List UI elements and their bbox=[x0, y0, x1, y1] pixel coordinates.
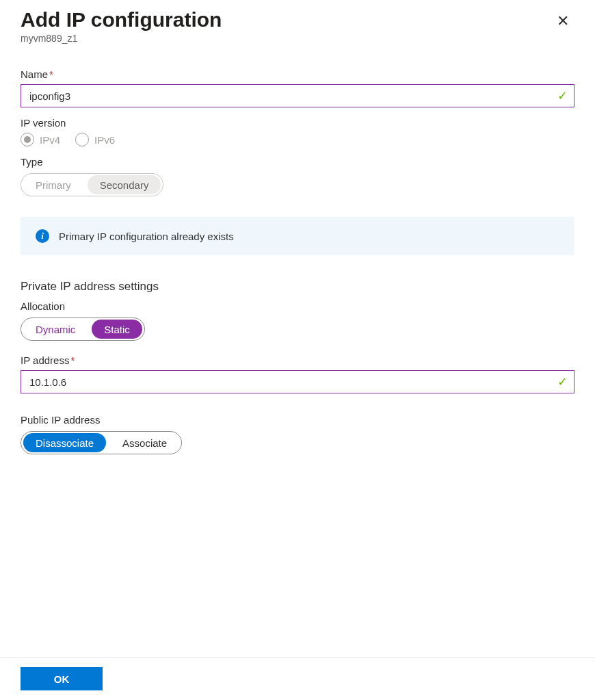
name-input[interactable] bbox=[21, 84, 574, 107]
public-ip-associate-option[interactable]: Associate bbox=[110, 433, 179, 452]
ipversion-label: IP version bbox=[21, 117, 574, 129]
ipversion-ipv4-radio: IPv4 bbox=[21, 133, 60, 146]
info-icon: i bbox=[36, 229, 49, 243]
type-primary-option: Primary bbox=[23, 175, 83, 194]
name-label: Name* bbox=[21, 68, 574, 80]
page-subtitle: myvm889_z1 bbox=[21, 33, 222, 44]
type-toggle: Primary Secondary bbox=[21, 173, 163, 196]
public-ip-label: Public IP address bbox=[21, 414, 574, 426]
page-title: Add IP configuration bbox=[21, 8, 222, 31]
radio-checked-icon bbox=[21, 133, 34, 146]
ipaddress-input[interactable] bbox=[21, 370, 574, 393]
allocation-toggle[interactable]: Dynamic Static bbox=[21, 317, 145, 341]
checkmark-icon: ✓ bbox=[557, 374, 568, 389]
checkmark-icon: ✓ bbox=[557, 88, 568, 103]
close-icon[interactable]: ✕ bbox=[551, 8, 574, 34]
allocation-dynamic-option[interactable]: Dynamic bbox=[23, 320, 88, 339]
info-banner: i Primary IP configuration already exist… bbox=[21, 217, 574, 255]
radio-unchecked-icon bbox=[75, 133, 89, 146]
type-label: Type bbox=[21, 156, 574, 168]
type-secondary-option: Secondary bbox=[88, 175, 161, 194]
public-ip-disassociate-option[interactable]: Disassociate bbox=[23, 433, 106, 452]
allocation-static-option[interactable]: Static bbox=[92, 320, 142, 339]
ipaddress-label: IP address* bbox=[21, 354, 574, 366]
info-message: Primary IP configuration already exists bbox=[59, 231, 234, 242]
allocation-label: Allocation bbox=[21, 300, 574, 312]
private-ip-heading: Private IP address settings bbox=[21, 280, 574, 294]
public-ip-toggle[interactable]: Disassociate Associate bbox=[21, 431, 182, 454]
ok-button[interactable]: OK bbox=[21, 667, 103, 690]
ipversion-ipv6-radio: IPv6 bbox=[75, 133, 115, 146]
